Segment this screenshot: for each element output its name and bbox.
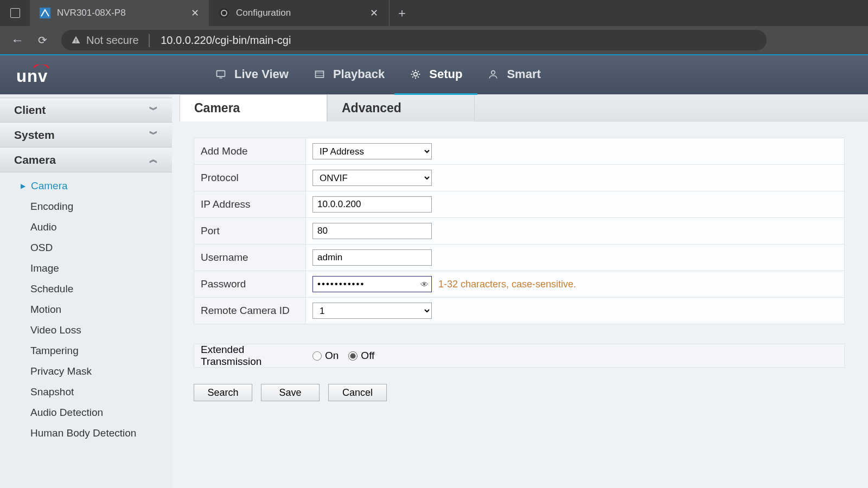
svg-line-16 <box>412 71 413 72</box>
svg-rect-7 <box>220 78 222 79</box>
password-hint: 1-32 characters, case-sensitive. <box>438 279 576 290</box>
extended-transmission-row: Extended Transmission On Off <box>194 344 845 368</box>
gear-icon <box>410 68 422 80</box>
input-password[interactable] <box>312 276 432 292</box>
label-extended-transmission: Extended Transmission <box>194 344 306 368</box>
window-panel-icon[interactable] <box>0 0 30 26</box>
label-password: Password <box>194 271 306 298</box>
top-nav: unv Live View Playback Setup Smart <box>0 55 868 94</box>
tab-camera[interactable]: Camera <box>180 94 327 121</box>
sidebar-section-client[interactable]: Client ︾ <box>0 98 172 123</box>
browser-tab-2[interactable]: Configuration ✕ <box>209 0 388 26</box>
svg-point-11 <box>414 73 418 76</box>
sidebar-item-image[interactable]: Image <box>0 258 172 279</box>
sidebar-item-encoding[interactable]: Encoding <box>0 196 172 217</box>
brand-logo: unv <box>16 65 76 85</box>
radio-ext-off[interactable]: Off <box>348 350 374 362</box>
nav-live-view[interactable]: Live View <box>215 67 289 82</box>
select-add-mode[interactable]: IP Address <box>312 143 432 159</box>
sidebar-item-video-loss[interactable]: Video Loss <box>0 320 172 341</box>
sidebar-item-motion[interactable]: Motion <box>0 299 172 320</box>
sidebar-item-camera[interactable]: ▶Camera <box>0 176 172 196</box>
triangle-right-icon: ▶ <box>21 182 25 190</box>
svg-line-18 <box>412 76 413 78</box>
refresh-icon[interactable]: ⟳ <box>38 34 47 47</box>
sidebar-item-privacy-mask[interactable]: Privacy Mask <box>0 361 172 382</box>
sidebar: Client ︾ System ︾ Camera ︽ ▶Camera Encod… <box>0 94 172 488</box>
browser-tab-bar: NVR301-08X-P8 ✕ Configuration ✕ ＋ <box>0 0 868 26</box>
svg-point-20 <box>492 70 495 74</box>
label-ip-address: IP Address <box>194 191 306 218</box>
favicon-nvr <box>40 8 50 18</box>
svg-line-17 <box>418 76 419 78</box>
url-field[interactable]: Not secure │ 10.0.0.220/cgi-bin/main-cgi <box>61 30 767 50</box>
svg-rect-6 <box>217 70 225 76</box>
sidebar-item-snapshot[interactable]: Snapshot <box>0 382 172 402</box>
url-text: 10.0.0.220/cgi-bin/main-cgi <box>161 34 291 47</box>
input-ip-address[interactable] <box>312 196 432 213</box>
nav-smart[interactable]: Smart <box>487 67 540 82</box>
action-buttons: Search Save Cancel <box>194 384 868 401</box>
svg-text:unv: unv <box>16 67 48 85</box>
svg-point-1 <box>219 8 229 18</box>
favicon-config <box>219 8 229 18</box>
monitor-icon <box>215 68 227 80</box>
label-protocol: Protocol <box>194 165 306 191</box>
svg-rect-4 <box>75 42 76 43</box>
label-remote-camera-id: Remote Camera ID <box>194 298 306 324</box>
sidebar-section-camera[interactable]: Camera ︽ <box>0 147 172 172</box>
sidebar-camera-submenu: ▶Camera Encoding Audio OSD Image Schedul… <box>0 172 172 447</box>
search-button[interactable]: Search <box>194 384 252 401</box>
person-icon <box>487 68 499 80</box>
main-panel: Camera Advanced Add Mode IP Address Prot… <box>172 94 868 488</box>
tab-title: NVR301-08X-P8 <box>57 8 126 18</box>
save-button[interactable]: Save <box>261 384 320 401</box>
eye-icon[interactable]: 👁 <box>420 280 429 289</box>
radio-ext-on[interactable]: On <box>312 350 339 362</box>
film-icon <box>314 68 326 80</box>
select-remote-camera-id[interactable]: 1 <box>312 303 432 319</box>
nav-playback[interactable]: Playback <box>314 67 385 82</box>
select-protocol[interactable]: ONVIF <box>312 170 432 186</box>
warning-icon <box>71 35 81 45</box>
label-port: Port <box>194 218 306 245</box>
svg-line-19 <box>418 71 419 72</box>
new-tab-button[interactable]: ＋ <box>389 0 414 26</box>
nav-setup[interactable]: Setup <box>410 67 462 82</box>
not-secure-indicator[interactable]: Not secure <box>71 34 139 47</box>
tab-title: Configuration <box>236 8 291 18</box>
sidebar-item-human-body-detection[interactable]: Human Body Detection <box>0 423 172 444</box>
address-bar: ← ⟳ Not secure │ 10.0.0.220/cgi-bin/main… <box>0 26 868 54</box>
close-icon[interactable]: ✕ <box>191 7 199 19</box>
browser-tab-1[interactable]: NVR301-08X-P8 ✕ <box>30 0 209 26</box>
sidebar-item-audio[interactable]: Audio <box>0 217 172 237</box>
chevron-up-icon: ︽ <box>149 154 158 165</box>
sidebar-item-audio-detection[interactable]: Audio Detection <box>0 402 172 423</box>
chevron-down-icon: ︾ <box>149 129 158 140</box>
svg-rect-3 <box>75 39 76 41</box>
svg-rect-8 <box>315 71 323 78</box>
label-username: Username <box>194 245 306 271</box>
tab-advanced[interactable]: Advanced <box>327 94 475 121</box>
sidebar-section-system[interactable]: System ︾ <box>0 123 172 147</box>
sidebar-item-tampering[interactable]: Tampering <box>0 341 172 361</box>
close-icon[interactable]: ✕ <box>370 7 378 19</box>
label-add-mode: Add Mode <box>194 138 306 165</box>
camera-form: Add Mode IP Address Protocol ONVIF IP Ad… <box>194 138 845 324</box>
sidebar-item-schedule[interactable]: Schedule <box>0 279 172 299</box>
cancel-button[interactable]: Cancel <box>328 384 387 401</box>
back-icon[interactable]: ← <box>11 33 24 48</box>
input-port[interactable] <box>312 223 432 239</box>
sidebar-item-osd[interactable]: OSD <box>0 237 172 258</box>
content-tabs: Camera Advanced <box>180 94 868 121</box>
chevron-down-icon: ︾ <box>149 105 158 116</box>
input-username[interactable] <box>312 249 432 266</box>
